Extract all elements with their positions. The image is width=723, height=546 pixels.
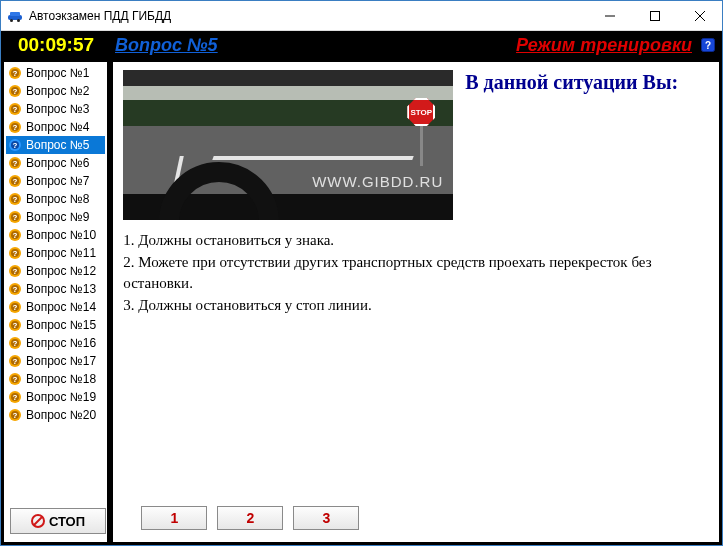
question-mark-icon: ? xyxy=(8,336,22,350)
svg-text:?: ? xyxy=(705,40,711,51)
question-mark-icon: ? xyxy=(8,174,22,188)
svg-text:?: ? xyxy=(13,303,18,312)
svg-rect-1 xyxy=(10,12,20,16)
stop-icon xyxy=(31,514,45,528)
sidebar-item-label: Вопрос №8 xyxy=(26,192,89,206)
sidebar-item-question-1[interactable]: ?Вопрос №1 xyxy=(6,64,105,82)
sidebar: ?Вопрос №1?Вопрос №2?Вопрос №3?Вопрос №4… xyxy=(3,61,108,543)
sidebar-item-label: Вопрос №9 xyxy=(26,210,89,224)
svg-point-3 xyxy=(17,19,20,22)
svg-text:?: ? xyxy=(13,285,18,294)
sidebar-item-label: Вопрос №16 xyxy=(26,336,96,350)
sidebar-item-question-5[interactable]: ?Вопрос №5 xyxy=(6,136,105,154)
sidebar-item-label: Вопрос №6 xyxy=(26,156,89,170)
svg-text:?: ? xyxy=(13,177,18,186)
help-icon[interactable]: ? xyxy=(700,37,716,53)
sidebar-item-question-17[interactable]: ?Вопрос №17 xyxy=(6,352,105,370)
sidebar-item-question-8[interactable]: ?Вопрос №8 xyxy=(6,190,105,208)
answer-button-2[interactable]: 2 xyxy=(217,506,283,530)
sidebar-item-question-4[interactable]: ?Вопрос №4 xyxy=(6,118,105,136)
sidebar-item-label: Вопрос №5 xyxy=(26,138,89,152)
sidebar-item-question-9[interactable]: ?Вопрос №9 xyxy=(6,208,105,226)
svg-text:?: ? xyxy=(13,357,18,366)
stop-sign-icon: STOP xyxy=(407,98,435,166)
stop-sign-label: STOP xyxy=(407,98,435,126)
sidebar-item-label: Вопрос №19 xyxy=(26,390,96,404)
sidebar-item-question-3[interactable]: ?Вопрос №3 xyxy=(6,100,105,118)
question-title-link[interactable]: Вопрос №5 xyxy=(115,35,218,56)
svg-line-6 xyxy=(695,11,705,21)
svg-text:?: ? xyxy=(13,339,18,348)
sidebar-item-question-14[interactable]: ?Вопрос №14 xyxy=(6,298,105,316)
answer-buttons-bar: 123 xyxy=(113,494,719,542)
answer-button-1[interactable]: 1 xyxy=(141,506,207,530)
svg-text:?: ? xyxy=(13,87,18,96)
question-mark-icon: ? xyxy=(8,246,22,260)
sidebar-item-question-6[interactable]: ?Вопрос №6 xyxy=(6,154,105,172)
svg-text:?: ? xyxy=(13,249,18,258)
question-mark-icon: ? xyxy=(8,318,22,332)
sidebar-item-label: Вопрос №20 xyxy=(26,408,96,422)
svg-text:?: ? xyxy=(13,393,18,402)
svg-text:?: ? xyxy=(13,267,18,276)
answer-button-3[interactable]: 3 xyxy=(293,506,359,530)
stop-button-label: СТОП xyxy=(49,514,85,529)
sidebar-item-question-19[interactable]: ?Вопрос №19 xyxy=(6,388,105,406)
close-button[interactable] xyxy=(677,1,722,30)
sidebar-item-question-2[interactable]: ?Вопрос №2 xyxy=(6,82,105,100)
sidebar-item-question-13[interactable]: ?Вопрос №13 xyxy=(6,280,105,298)
mode-link[interactable]: Режим тренировки xyxy=(516,35,692,56)
timer: 00:09:57 xyxy=(5,34,107,56)
sidebar-item-label: Вопрос №1 xyxy=(26,66,89,80)
svg-text:?: ? xyxy=(13,159,18,168)
sidebar-item-question-16[interactable]: ?Вопрос №16 xyxy=(6,334,105,352)
minimize-button[interactable] xyxy=(587,1,632,30)
sidebar-item-label: Вопрос №12 xyxy=(26,264,96,278)
question-mark-icon: ? xyxy=(8,192,22,206)
sidebar-item-label: Вопрос №7 xyxy=(26,174,89,188)
sidebar-item-label: Вопрос №14 xyxy=(26,300,96,314)
sidebar-item-question-15[interactable]: ?Вопрос №15 xyxy=(6,316,105,334)
window-title: Автоэкзамен ПДД ГИБДД xyxy=(29,9,171,23)
sidebar-item-label: Вопрос №17 xyxy=(26,354,96,368)
titlebar: Автоэкзамен ПДД ГИБДД xyxy=(1,1,722,31)
sidebar-item-label: Вопрос №3 xyxy=(26,102,89,116)
svg-text:?: ? xyxy=(13,141,18,150)
sidebar-item-question-10[interactable]: ?Вопрос №10 xyxy=(6,226,105,244)
svg-text:?: ? xyxy=(13,375,18,384)
question-mark-icon: ? xyxy=(8,264,22,278)
question-mark-icon: ? xyxy=(8,138,22,152)
question-mark-icon: ? xyxy=(8,408,22,422)
answer-text-1: 1. Должны остановиться у знака. xyxy=(123,230,709,250)
sidebar-item-label: Вопрос №10 xyxy=(26,228,96,242)
content: STOP WWW.GIBDD.RU В данной ситуации Вы: … xyxy=(113,62,719,494)
stop-button[interactable]: СТОП xyxy=(10,508,106,534)
question-mark-icon: ? xyxy=(8,84,22,98)
sidebar-item-label: Вопрос №2 xyxy=(26,84,89,98)
svg-text:?: ? xyxy=(13,213,18,222)
sidebar-item-question-12[interactable]: ?Вопрос №12 xyxy=(6,262,105,280)
svg-text:?: ? xyxy=(13,105,18,114)
sidebar-item-question-20[interactable]: ?Вопрос №20 xyxy=(6,406,105,424)
sidebar-item-question-18[interactable]: ?Вопрос №18 xyxy=(6,370,105,388)
question-mark-icon: ? xyxy=(8,282,22,296)
sidebar-item-label: Вопрос №15 xyxy=(26,318,96,332)
svg-text:?: ? xyxy=(13,123,18,132)
question-mark-icon: ? xyxy=(8,66,22,80)
app-window: Автоэкзамен ПДД ГИБДД 00:09:57 Вопрос №5… xyxy=(0,0,723,546)
sidebar-item-question-11[interactable]: ?Вопрос №11 xyxy=(6,244,105,262)
svg-text:?: ? xyxy=(13,411,18,420)
sidebar-item-question-7[interactable]: ?Вопрос №7 xyxy=(6,172,105,190)
svg-text:?: ? xyxy=(13,231,18,240)
svg-line-7 xyxy=(695,11,705,21)
question-mark-icon: ? xyxy=(8,210,22,224)
answer-text-2: 2. Можете при отсутствии других транспор… xyxy=(123,252,709,293)
answers-text: 1. Должны остановиться у знака.2. Можете… xyxy=(123,230,709,315)
question-prompt: В данной ситуации Вы: xyxy=(465,70,709,94)
question-mark-icon: ? xyxy=(8,120,22,134)
main-panel: STOP WWW.GIBDD.RU В данной ситуации Вы: … xyxy=(112,61,720,543)
question-mark-icon: ? xyxy=(8,354,22,368)
sidebar-item-label: Вопрос №18 xyxy=(26,372,96,386)
maximize-button[interactable] xyxy=(632,1,677,30)
question-mark-icon: ? xyxy=(8,228,22,242)
